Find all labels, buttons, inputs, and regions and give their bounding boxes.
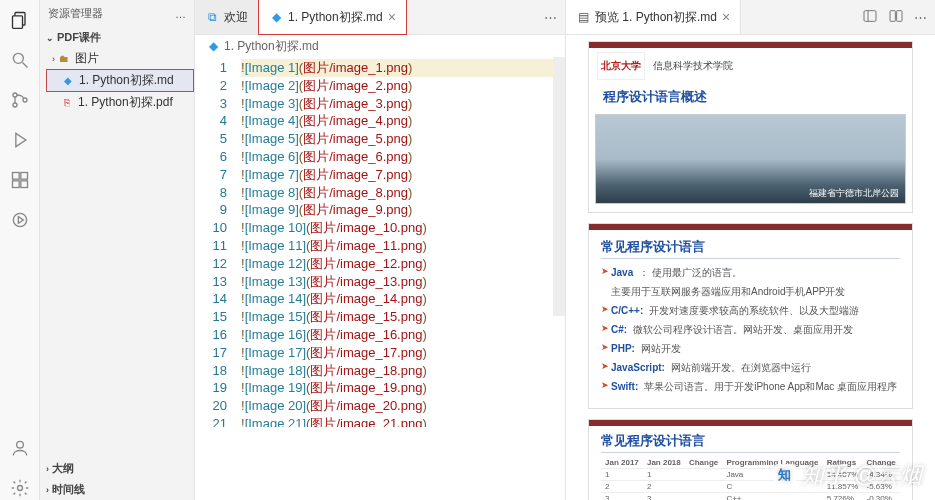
extensions-icon[interactable] xyxy=(8,168,32,192)
school-name: 信息科学技术学院 xyxy=(653,59,733,73)
section-outline[interactable]: ›大纲 xyxy=(40,458,194,479)
tab-overflow-icon[interactable]: ⋯ xyxy=(544,10,557,25)
svg-point-6 xyxy=(23,98,27,102)
svg-rect-18 xyxy=(890,10,895,21)
svg-line-3 xyxy=(22,63,27,68)
preview-slide-2: 常见程序设计语言 ➤Java： 使用最广泛的语言。主要用于互联网服务器端应用和A… xyxy=(588,223,913,409)
slide2-title: 常见程序设计语言 xyxy=(601,238,900,259)
svg-marker-7 xyxy=(15,133,25,146)
tab-more-icon[interactable]: ⋯ xyxy=(914,10,927,25)
breadcrumb[interactable]: ◆ 1. Python初探.md xyxy=(195,35,565,57)
svg-point-15 xyxy=(17,486,22,491)
tab[interactable]: ◆1. Python初探.md× xyxy=(258,0,407,35)
sidebar-more-icon[interactable]: … xyxy=(175,8,186,20)
svg-rect-10 xyxy=(12,181,19,188)
svg-point-12 xyxy=(13,213,26,226)
tree-item-pdf[interactable]: ⎘1. Python初探.pdf xyxy=(46,92,194,113)
chevron-right-icon: › xyxy=(46,485,49,495)
account-icon[interactable] xyxy=(8,436,32,460)
zhihu-logo-icon: 知 xyxy=(774,464,796,486)
markdown-preview[interactable]: 北京大学 信息科学技术学院 程序设计语言概述 福建省宁德市北岸公园 常见程序设计… xyxy=(566,35,935,500)
svg-marker-13 xyxy=(18,217,23,224)
tab[interactable]: ▤预览 1. Python初探.md× xyxy=(566,0,741,34)
markdown-icon: ◆ xyxy=(209,39,218,53)
tab[interactable]: ⧉欢迎 xyxy=(195,0,259,34)
tabs-row: ⧉欢迎◆1. Python初探.md×⋯ ▤预览 1. Python初探.md×… xyxy=(195,0,935,35)
sidebar-title: 资源管理器 xyxy=(48,6,103,21)
svg-point-14 xyxy=(16,441,23,448)
tree-item-md[interactable]: ◆1. Python初探.md xyxy=(46,69,194,92)
pkg-icon[interactable] xyxy=(8,208,32,232)
settings-icon[interactable] xyxy=(8,476,32,500)
svg-point-4 xyxy=(13,93,17,97)
chevron-right-icon: › xyxy=(46,464,49,474)
close-icon[interactable]: × xyxy=(722,9,730,25)
slide3-title: 常见程序设计语言 xyxy=(601,432,900,453)
svg-rect-1 xyxy=(12,16,22,29)
scm-icon[interactable] xyxy=(8,88,32,112)
svg-rect-8 xyxy=(12,173,19,180)
close-icon[interactable]: × xyxy=(388,9,396,25)
watermark: 知 知乎 @云烟 xyxy=(774,460,923,490)
slide1-title: 程序设计语言概述 xyxy=(589,84,912,110)
svg-point-5 xyxy=(13,103,17,107)
files-icon[interactable] xyxy=(8,8,32,32)
tree-item-folder[interactable]: ›🖿图片 xyxy=(46,48,194,69)
minimap[interactable] xyxy=(553,57,565,427)
svg-point-2 xyxy=(13,53,23,63)
explorer-sidebar: 资源管理器 … ⌄ PDF课件 ›🖿图片◆1. Python初探.md⎘1. P… xyxy=(40,0,195,500)
svg-rect-11 xyxy=(20,181,27,188)
svg-rect-19 xyxy=(897,10,902,21)
layout-toggle-icon[interactable] xyxy=(862,8,878,27)
search-icon[interactable] xyxy=(8,48,32,72)
slide1-hero-image: 福建省宁德市北岸公园 xyxy=(595,114,906,204)
activity-bar xyxy=(0,0,40,500)
split-editor-icon[interactable] xyxy=(888,8,904,27)
svg-rect-16 xyxy=(864,10,876,21)
section-pdf-courseware[interactable]: ⌄ PDF课件 xyxy=(40,27,194,48)
preview-slide-1: 北京大学 信息科学技术学院 程序设计语言概述 福建省宁德市北岸公园 xyxy=(588,41,913,213)
editor[interactable]: 1234567891011121314151617181920212223242… xyxy=(195,57,565,427)
section-timeline[interactable]: ›时间线 xyxy=(40,479,194,500)
chevron-down-icon: ⌄ xyxy=(46,33,54,43)
debug-icon[interactable] xyxy=(8,128,32,152)
svg-rect-9 xyxy=(20,173,27,180)
university-logo: 北京大学 xyxy=(597,52,645,80)
